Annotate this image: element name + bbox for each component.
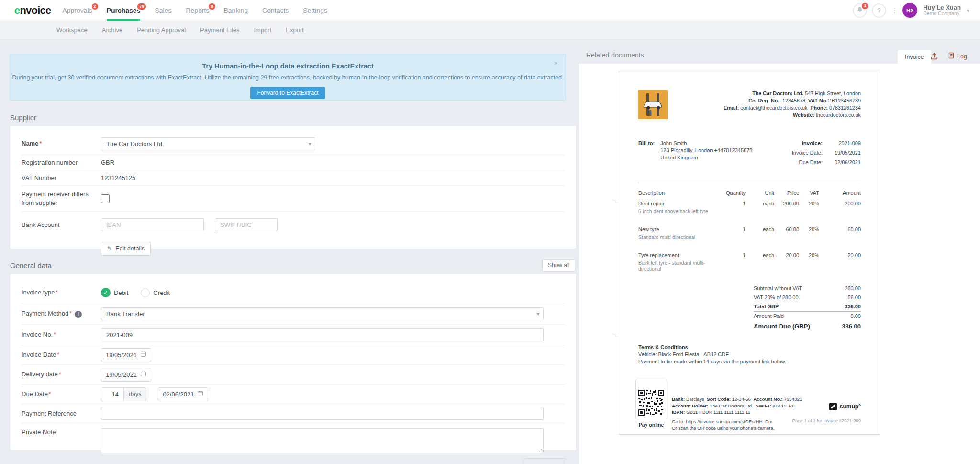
overflow-menu-button[interactable]: ⋮	[891, 6, 898, 15]
vat-number-label: VAT Number	[22, 174, 101, 182]
tab-invoice[interactable]: Invoice	[898, 50, 931, 64]
general-data-card: Invoice type ✓ Debit Credit Payment Meth…	[10, 273, 577, 451]
supplier-name-select[interactable]: The Car Doctors Ltd. ▾	[101, 137, 315, 150]
check-icon: ✓	[103, 289, 108, 296]
invoice-date-label: Invoice Date	[22, 351, 101, 359]
private-note-textarea[interactable]	[101, 428, 544, 453]
logo-first-letter: e	[14, 4, 20, 16]
supplier-name-label: Name	[22, 139, 101, 148]
notifications-button[interactable]: 3	[853, 3, 867, 18]
upload-icon[interactable]	[930, 52, 938, 62]
bottom-partial-button[interactable]	[524, 458, 566, 464]
avatar[interactable]: HX	[902, 3, 917, 18]
due-days-unit: days	[124, 387, 146, 401]
user-block[interactable]: Huy Le Xuan Demo Company	[923, 4, 961, 17]
invoice-no-label: Invoice No.	[22, 330, 101, 339]
log-icon	[948, 52, 955, 60]
supplier-heading: Supplier	[10, 113, 36, 122]
amount-due-value: 336.00	[842, 322, 861, 331]
envoice-logo[interactable]: envoice	[14, 4, 51, 17]
subnav-item-export[interactable]: Export	[286, 26, 304, 34]
calendar-icon	[197, 390, 203, 398]
approvals-badge: 2	[91, 2, 99, 11]
subnav-item-pending-approval[interactable]: Pending Approval	[137, 26, 186, 34]
invoice-type-row: Invoice type ✓ Debit Credit	[22, 283, 565, 303]
swift-bic-input[interactable]	[215, 218, 278, 231]
credit-radio[interactable]	[141, 288, 150, 297]
chevron-down-icon: ▾	[309, 141, 311, 147]
bill-address: 123 Piccadilly, London +447812345678	[660, 147, 752, 154]
company-info: The Car Doctors Ltd. 547 High Street, Lo…	[724, 90, 861, 119]
purchases-badge: 79	[136, 2, 147, 11]
invoice-type-label: Invoice type	[22, 288, 101, 297]
vat-number-value: 1231245125	[101, 174, 135, 181]
bank-account-row: Bank Account	[22, 211, 565, 238]
due-date-row: Due Date days 02/06/2021	[22, 384, 565, 404]
tab-log[interactable]: Log	[948, 52, 967, 60]
nav-item-approvals[interactable]: Approvals2	[62, 0, 92, 21]
calendar-icon	[140, 371, 146, 378]
edit-details-button[interactable]: ✎ Edit details	[101, 242, 151, 256]
table-row: Dent repair6-inch dent above back left t…	[638, 201, 861, 214]
qr-payment: Pay online	[635, 379, 667, 428]
document-viewer: The Car Doctors Ltd. 547 High Street, Lo…	[579, 64, 980, 464]
navbar-right: 3 ? ⋮ HX Huy Le Xuan Demo Company ▾	[853, 3, 980, 18]
delivery-date-input[interactable]: 19/05/2021	[101, 368, 151, 382]
vat-number-row: VAT Number 1231245125	[22, 170, 565, 185]
exactextract-banner: Try Human-in-the-Loop data extraction Ex…	[10, 54, 566, 101]
payment-method-label: Payment Methodi	[22, 309, 101, 318]
private-note-label: Private Note	[22, 428, 101, 437]
bill-to-block: Bill to: John Smith 123 Piccadilly, Lond…	[638, 140, 752, 169]
nav-item-settings[interactable]: Settings	[303, 0, 327, 21]
nav-item-purchases[interactable]: Purchases79	[107, 0, 141, 21]
forward-to-exactextract-button[interactable]: Forward to ExactExtract	[250, 87, 325, 99]
nav-item-contacts[interactable]: Contacts	[262, 0, 289, 21]
invoice-document: The Car Doctors Ltd. 547 High Street, Lo…	[619, 72, 880, 435]
calendar-icon	[140, 351, 146, 359]
close-icon[interactable]: ×	[554, 59, 558, 67]
general-data-heading: General data	[10, 261, 52, 270]
show-all-button[interactable]: Show all	[542, 259, 575, 272]
app-root: envoice Approvals2 Purchases79 Sales Rep…	[0, 0, 980, 464]
subnav-item-workspace[interactable]: Workspace	[56, 26, 88, 34]
invoice-date-row: Invoice Date 19/05/2021	[22, 345, 565, 364]
registration-number-label: Registration number	[22, 158, 101, 167]
nav-item-sales[interactable]: Sales	[155, 0, 171, 21]
subnav-item-archive[interactable]: Archive	[102, 26, 122, 34]
payment-method-select[interactable]: Bank Transfer ▾	[101, 307, 544, 320]
nav-item-reports[interactable]: Reports8	[186, 0, 209, 21]
payment-reference-input[interactable]	[101, 407, 544, 420]
chevron-down-icon[interactable]: ▾	[967, 7, 969, 14]
invoice-no-input[interactable]	[101, 328, 544, 341]
iban-input[interactable]	[101, 218, 204, 231]
payment-receiver-checkbox[interactable]	[101, 194, 110, 203]
user-name: Huy Le Xuan	[923, 4, 961, 11]
payment-link[interactable]: https://invoice.sumup.com/s/OEsrHH_Dm	[686, 419, 772, 424]
items-table-header: Description Quantity Unit Price VAT Amou…	[638, 190, 861, 196]
payment-reference-label: Payment Reference	[22, 409, 101, 418]
bill-country: United Kingdom	[660, 154, 752, 161]
debit-radio-checked[interactable]: ✓	[101, 288, 111, 297]
subnav-item-payment-files[interactable]: Payment Files	[200, 26, 239, 34]
help-button[interactable]: ?	[872, 3, 886, 18]
info-icon[interactable]: i	[75, 311, 82, 318]
qr-code	[638, 390, 664, 416]
invoice-meta-block: Invoice:2021-009 Invoice Date:19/05/2021…	[758, 140, 861, 169]
totals-block: Subtotal without VAT280.00 VAT 20% of 28…	[754, 284, 861, 331]
total-value: 336.00	[845, 302, 861, 311]
chevron-down-icon: ▾	[537, 311, 539, 317]
page-fold-mark	[615, 336, 619, 336]
due-date-input[interactable]: 02/06/2021	[158, 387, 208, 401]
invoice-date-input[interactable]: 19/05/2021	[101, 348, 151, 362]
banner-title: Try Human-in-the-Loop data extraction Ex…	[10, 62, 566, 70]
due-days-input[interactable]	[101, 387, 124, 401]
supplier-name-row: Name The Car Doctors Ltd. ▾	[22, 133, 565, 155]
private-note-row: Private Note	[22, 423, 565, 456]
nav-item-banking[interactable]: Banking	[224, 0, 248, 21]
subnav-item-import[interactable]: Import	[254, 26, 271, 34]
related-documents-panel: Related documents Invoice Log	[579, 39, 980, 464]
credit-label: Credit	[153, 289, 170, 296]
pencil-icon: ✎	[107, 245, 112, 252]
vat-value: 56.00	[847, 293, 861, 302]
supplier-card: Name The Car Doctors Ltd. ▾ Registration…	[10, 125, 577, 249]
